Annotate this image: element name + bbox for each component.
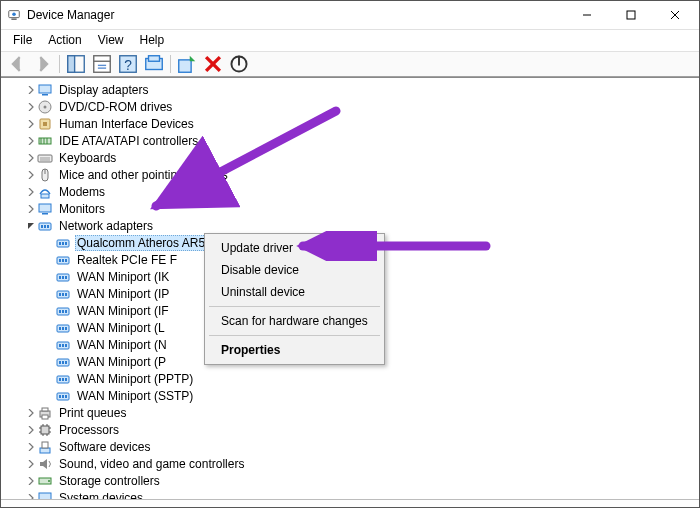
node-print-queues[interactable]: Print queues bbox=[7, 405, 697, 422]
display-adapters-icon bbox=[37, 82, 53, 98]
node-dvd-label: DVD/CD-ROM drives bbox=[57, 100, 174, 114]
back-button[interactable] bbox=[5, 52, 29, 76]
minimize-button[interactable] bbox=[565, 1, 609, 29]
svg-rect-62 bbox=[65, 310, 67, 313]
expand-icon[interactable] bbox=[25, 477, 37, 485]
net-adapter-icon bbox=[55, 252, 71, 268]
svg-point-24 bbox=[44, 106, 47, 109]
ctx-scan-hardware[interactable]: Scan for hardware changes bbox=[207, 310, 382, 332]
ide-icon bbox=[37, 133, 53, 149]
node-software-label: Software devices bbox=[57, 440, 152, 454]
node-modems[interactable]: Modems bbox=[7, 184, 697, 201]
uninstall-button[interactable] bbox=[201, 52, 225, 76]
svg-rect-96 bbox=[42, 442, 48, 448]
node-hid[interactable]: Human Interface Devices bbox=[7, 116, 697, 133]
svg-point-98 bbox=[48, 480, 50, 482]
ctx-disable-device[interactable]: Disable device bbox=[207, 259, 382, 281]
svg-rect-38 bbox=[42, 213, 48, 215]
node-modems-label: Modems bbox=[57, 185, 107, 199]
node-mice[interactable]: Mice and other pointing devices bbox=[7, 167, 697, 184]
svg-rect-4 bbox=[627, 11, 635, 19]
net-adapter-icon bbox=[55, 371, 71, 387]
expand-icon[interactable] bbox=[25, 205, 37, 213]
svg-rect-64 bbox=[59, 327, 61, 330]
node-monitors[interactable]: Monitors bbox=[7, 201, 697, 218]
svg-text:?: ? bbox=[124, 57, 132, 72]
svg-rect-8 bbox=[68, 55, 75, 72]
svg-rect-53 bbox=[62, 276, 64, 279]
node-hid-label: Human Interface Devices bbox=[57, 117, 196, 131]
expand-icon[interactable] bbox=[25, 443, 37, 451]
node-wan-sstp[interactable]: WAN Miniport (SSTP) bbox=[7, 388, 697, 405]
svg-rect-72 bbox=[59, 361, 61, 364]
net-adapter-icon bbox=[55, 320, 71, 336]
software-icon bbox=[37, 439, 53, 455]
menu-file[interactable]: File bbox=[5, 31, 40, 49]
node-sound[interactable]: Sound, video and game controllers bbox=[7, 456, 697, 473]
expand-icon[interactable] bbox=[25, 137, 37, 145]
svg-rect-42 bbox=[47, 225, 49, 228]
update-driver-button[interactable] bbox=[175, 52, 199, 76]
node-ide-label: IDE ATA/ATAPI controllers bbox=[57, 134, 200, 148]
node-keyboards[interactable]: Keyboards bbox=[7, 150, 697, 167]
properties-button[interactable] bbox=[90, 52, 114, 76]
expand-icon[interactable] bbox=[25, 494, 37, 498]
collapse-icon[interactable] bbox=[25, 222, 37, 230]
node-display-adapters-label: Display adapters bbox=[57, 83, 150, 97]
node-wan-ip-label: WAN Miniport (IP bbox=[75, 287, 171, 301]
printer-icon bbox=[37, 405, 53, 421]
help-button[interactable]: ? bbox=[116, 52, 140, 76]
node-processors[interactable]: Processors bbox=[7, 422, 697, 439]
svg-rect-1 bbox=[11, 19, 16, 20]
svg-rect-58 bbox=[65, 293, 67, 296]
ctx-separator-2 bbox=[209, 335, 380, 336]
toolbar: ? bbox=[1, 51, 699, 77]
svg-rect-77 bbox=[62, 378, 64, 381]
ctx-update-driver[interactable]: Update driver bbox=[207, 237, 382, 259]
node-dvd[interactable]: DVD/CD-ROM drives bbox=[7, 99, 697, 116]
svg-rect-52 bbox=[59, 276, 61, 279]
expand-icon[interactable] bbox=[25, 171, 37, 179]
disable-button[interactable] bbox=[227, 52, 251, 76]
node-realtek-label: Realtek PCIe FE F bbox=[75, 253, 179, 267]
node-keyboards-label: Keyboards bbox=[57, 151, 118, 165]
node-software[interactable]: Software devices bbox=[7, 439, 697, 456]
net-adapter-icon bbox=[55, 269, 71, 285]
svg-rect-74 bbox=[65, 361, 67, 364]
expand-icon[interactable] bbox=[25, 103, 37, 111]
ctx-properties[interactable]: Properties bbox=[207, 339, 382, 361]
menu-help[interactable]: Help bbox=[132, 31, 173, 49]
expand-icon[interactable] bbox=[25, 120, 37, 128]
scan-button[interactable] bbox=[142, 52, 166, 76]
expand-icon[interactable] bbox=[25, 460, 37, 468]
svg-rect-66 bbox=[65, 327, 67, 330]
node-mice-label: Mice and other pointing devices bbox=[57, 168, 230, 182]
node-wan-p-label: WAN Miniport (P bbox=[75, 355, 168, 369]
node-system[interactable]: System devices bbox=[7, 490, 697, 499]
node-ide[interactable]: IDE ATA/ATAPI controllers bbox=[7, 133, 697, 150]
node-wan-l-label: WAN Miniport (L bbox=[75, 321, 167, 335]
expand-icon[interactable] bbox=[25, 409, 37, 417]
expand-icon[interactable] bbox=[25, 188, 37, 196]
net-adapter-icon bbox=[55, 235, 71, 251]
forward-button[interactable] bbox=[31, 52, 55, 76]
close-button[interactable] bbox=[653, 1, 697, 29]
node-storage[interactable]: Storage controllers bbox=[7, 473, 697, 490]
expand-icon[interactable] bbox=[25, 426, 37, 434]
menu-view[interactable]: View bbox=[90, 31, 132, 49]
node-wan-n-label: WAN Miniport (N bbox=[75, 338, 169, 352]
expand-icon[interactable] bbox=[25, 154, 37, 162]
svg-rect-99 bbox=[39, 493, 51, 498]
svg-rect-81 bbox=[62, 395, 64, 398]
show-hide-tree-button[interactable] bbox=[64, 52, 88, 76]
svg-rect-17 bbox=[179, 60, 191, 72]
node-display-adapters[interactable]: Display adapters bbox=[7, 82, 697, 99]
ctx-uninstall-device[interactable]: Uninstall device bbox=[207, 281, 382, 303]
menu-action[interactable]: Action bbox=[40, 31, 89, 49]
cpu-icon bbox=[37, 422, 53, 438]
expand-icon[interactable] bbox=[25, 86, 37, 94]
maximize-button[interactable] bbox=[609, 1, 653, 29]
node-wan-pptp[interactable]: WAN Miniport (PPTP) bbox=[7, 371, 697, 388]
svg-rect-48 bbox=[59, 259, 61, 262]
svg-rect-95 bbox=[40, 448, 50, 453]
